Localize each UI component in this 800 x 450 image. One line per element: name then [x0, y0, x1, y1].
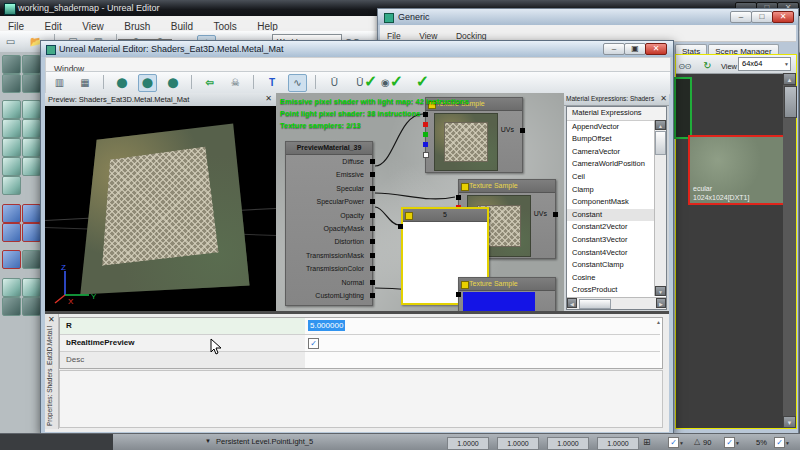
csg-intersect-icon[interactable] [2, 223, 21, 242]
preview-viewport[interactable]: Z Y X [45, 106, 276, 311]
close-pane-icon[interactable]: ✕ [48, 316, 55, 324]
zoom-level[interactable]: 5% [756, 438, 767, 447]
terrain-mode-icon[interactable] [22, 74, 41, 93]
pin-b[interactable] [423, 142, 428, 147]
property-row-desc[interactable]: Desc [60, 352, 660, 368]
realtime-preview-icon[interactable]: ∿ [288, 74, 307, 92]
expression-item[interactable]: Clamp [567, 184, 666, 197]
clean-expressions-icon[interactable]: ☠ [226, 74, 245, 92]
green-check-icon[interactable]: ✓ [416, 72, 429, 92]
toggle-grid-icon[interactable]: ▦ [75, 74, 94, 92]
expressions-hscrollbar[interactable]: ◀ ▶ [567, 297, 666, 309]
close-pane-icon[interactable]: ✕ [660, 95, 667, 103]
invert-selection-icon[interactable] [2, 297, 21, 316]
expression-item[interactable]: Cosine [567, 272, 666, 285]
brush-spiral-stairs-icon[interactable] [2, 157, 21, 176]
drag-grid-field[interactable]: 1.0000 [447, 437, 489, 450]
expression-item[interactable]: Constant2Vector [567, 221, 666, 234]
new-file-icon[interactable]: ▭ [1, 33, 20, 51]
property-row-realtimepreview[interactable]: bRealtimePreview ✓ [60, 335, 660, 352]
toggle-stats-icon[interactable]: T [263, 74, 282, 92]
pin-a[interactable] [423, 152, 429, 158]
pin-g[interactable] [423, 132, 428, 137]
deselect-actors-icon[interactable] [22, 278, 41, 297]
pin-previews-icon[interactable]: Ū [325, 74, 344, 92]
pin-square[interactable] [370, 213, 375, 218]
expression-item[interactable]: Constant3Vector [567, 234, 666, 247]
brush-cone-icon[interactable] [22, 100, 41, 119]
view-size-dropdown[interactable]: 64x64▼ [738, 57, 791, 71]
go-to-actor-icon[interactable] [22, 297, 41, 316]
use-selected-mesh-icon[interactable]: ⇦ [200, 74, 219, 92]
brush-stairs-icon[interactable] [2, 119, 21, 138]
expression-item[interactable]: ComponentMask [567, 196, 666, 209]
zoom-snap-toggle[interactable]: ✓▼ [774, 437, 790, 448]
pin-square[interactable] [370, 172, 375, 177]
pin-rgb[interactable] [456, 292, 461, 297]
pin-square[interactable] [370, 159, 375, 164]
pin-square[interactable] [370, 239, 375, 244]
generic-browser-titlebar[interactable]: Generic – □ ✕ [378, 9, 798, 25]
expression-item-selected[interactable]: Constant [567, 209, 666, 222]
scroll-up-icon[interactable]: ▲ [783, 73, 796, 85]
checkbox-checked-icon[interactable]: ✓ [308, 338, 319, 349]
scroll-down-icon[interactable]: ▼ [783, 416, 796, 428]
grid-snap-toggle[interactable]: ✓▼ [668, 437, 684, 448]
brush-cylinder-icon[interactable] [22, 119, 41, 138]
expressions-scrollbar[interactable]: ▲ ▼ [654, 120, 666, 296]
pin-square[interactable] [370, 226, 375, 231]
refresh-icon[interactable]: ↻ [699, 58, 715, 73]
scroll-right-icon[interactable]: ▶ [656, 298, 666, 308]
scroll-up-icon[interactable]: ▲ [655, 120, 666, 130]
show-background-icon[interactable]: ▥ [50, 74, 69, 92]
scroll-thumb[interactable] [784, 86, 797, 118]
browser-scrollbar[interactable]: ▲ ▼ [783, 73, 796, 428]
brush-cube-icon[interactable] [2, 100, 21, 119]
close-icon[interactable]: ✕ [645, 43, 667, 55]
search-icon[interactable]: ʘʘ [677, 59, 693, 74]
pin-square[interactable] [370, 266, 375, 271]
scroll-left-icon[interactable]: ◀ [567, 298, 577, 308]
texture-thumbnail[interactable] [674, 77, 692, 139]
select-actors-icon[interactable] [2, 278, 21, 297]
pin-square[interactable] [370, 199, 375, 204]
csg-subtract-icon[interactable] [22, 204, 41, 223]
brush-curved-stairs-icon[interactable] [2, 138, 21, 157]
brush-volumetric-icon[interactable] [22, 157, 41, 176]
expression-item[interactable]: AppendVector [567, 121, 666, 134]
drag-grid-field[interactable]: 1.0000 [597, 437, 639, 450]
geometry-mode-icon[interactable] [22, 55, 41, 74]
material-node[interactable]: PreviewMaterial_39 Diffuse Emissive Spec… [285, 141, 373, 306]
csg-deintersect-icon[interactable] [22, 223, 41, 242]
pin-square[interactable] [370, 280, 375, 285]
scroll-thumb[interactable] [655, 131, 666, 155]
material-editor-titlebar[interactable]: Unreal Material Editor: Shaders_Eat3D.Me… [41, 41, 673, 57]
pin-square[interactable] [370, 186, 375, 191]
texture-align-icon[interactable] [2, 74, 21, 93]
green-check-icon[interactable]: ✓ [364, 72, 377, 92]
pin-uvs[interactable] [553, 212, 558, 217]
cylinder-preview-icon[interactable]: ⬤ [112, 74, 131, 92]
expression-item[interactable]: Constant4Vector [567, 247, 666, 260]
drag-grid-field[interactable]: 1.0000 [497, 437, 539, 450]
grid-snap-icon[interactable]: ⊞ [643, 437, 651, 447]
expression-item[interactable]: CameraVector [567, 146, 666, 159]
expression-item[interactable]: ConstantClamp [567, 259, 666, 272]
scroll-thumb[interactable] [579, 299, 611, 309]
camera-mode-icon[interactable] [2, 55, 21, 74]
maximize-icon[interactable]: □ [751, 11, 773, 23]
expression-item[interactable]: Ceil [567, 171, 666, 184]
brush-tetra-icon[interactable] [22, 138, 41, 157]
add-special-brush-icon[interactable] [2, 250, 21, 269]
material-graph[interactable]: PreviewMaterial_39 Diffuse Emissive Spec… [276, 93, 564, 311]
pin-square[interactable] [370, 293, 375, 298]
pin-square[interactable] [370, 253, 375, 258]
pin-rgb[interactable] [456, 195, 461, 200]
restore-icon[interactable]: ▣ [624, 43, 646, 55]
property-value-input[interactable]: 5.000000 [308, 320, 345, 331]
expression-item[interactable]: CameraWorldPosition [567, 158, 666, 171]
property-row-r[interactable]: R 5.000000 [60, 318, 660, 335]
spinner-up-icon[interactable]: ▲ [656, 319, 661, 325]
pin-output[interactable] [398, 224, 403, 229]
csg-add-icon[interactable] [2, 204, 21, 223]
